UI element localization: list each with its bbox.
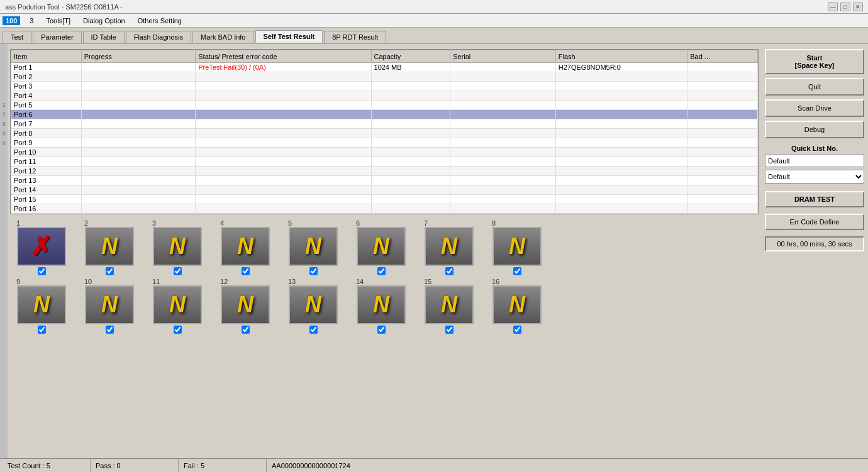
col-header-flash: Flash	[555, 50, 687, 63]
port-checkbox-2[interactable]	[106, 267, 114, 275]
port-icon-5[interactable]: N	[289, 227, 338, 266]
port-icon-15[interactable]: N	[425, 285, 474, 324]
cell-serial	[450, 63, 556, 72]
table-row[interactable]: Port 5	[11, 101, 758, 110]
port-checkbox-1[interactable]	[38, 267, 46, 275]
quit-button[interactable]: Quit	[765, 78, 864, 96]
table-row[interactable]: Port 9	[11, 138, 758, 148]
table-row[interactable]: Port 16	[11, 204, 758, 214]
left-num-4: 4	[2, 129, 5, 138]
err-code-button[interactable]: Err Code Define	[765, 214, 864, 230]
cell-flash	[555, 129, 687, 138]
port-checkbox-7[interactable]	[445, 267, 453, 275]
table-row[interactable]: Port 4	[11, 91, 758, 101]
port-checkbox-9[interactable]	[38, 326, 46, 334]
cell-capacity	[371, 204, 450, 214]
cell-flash	[555, 204, 687, 214]
cell-flash	[555, 91, 687, 101]
table-row[interactable]: Port 13	[11, 176, 758, 185]
table-row[interactable]: Port 7	[11, 119, 758, 129]
col-header-status: Status/ Pretest error code	[196, 50, 371, 63]
port-checkbox-12[interactable]	[242, 326, 250, 334]
debug-button[interactable]: Debug	[765, 121, 864, 138]
n-letter-icon: N	[237, 292, 253, 318]
port-icon-16[interactable]: N	[492, 285, 542, 324]
port-icon-14[interactable]: N	[357, 285, 406, 324]
port-checkbox-5[interactable]	[309, 267, 318, 275]
table-row[interactable]: Port 8	[11, 129, 758, 138]
port-checkbox-11[interactable]	[174, 326, 182, 334]
port-checkbox-14[interactable]	[377, 326, 386, 334]
window-controls: — □ ✕	[828, 3, 863, 11]
cell-bad	[687, 157, 758, 167]
status-test-count: Test Count : 5	[3, 459, 91, 472]
port-icon-12[interactable]: N	[221, 285, 270, 324]
n-letter-icon: N	[509, 233, 525, 260]
port-checkbox-6[interactable]	[377, 267, 386, 275]
cell-capacity: 1024 MB	[371, 63, 450, 72]
cell-capacity	[371, 195, 450, 204]
table-row[interactable]: Port 6	[11, 110, 758, 119]
left-sidebar: 1 2 3 4 5	[0, 44, 8, 458]
cell-capacity	[371, 101, 450, 110]
port-checkbox-10[interactable]	[106, 326, 114, 334]
port-cell-13: 13N	[282, 278, 345, 334]
table-row[interactable]: Port 2	[11, 72, 758, 82]
port-icon-10[interactable]: N	[85, 285, 134, 324]
dram-test-button[interactable]: DRAM TEST	[765, 191, 864, 207]
port-cell-4: 4N	[214, 219, 277, 275]
port-icon-3[interactable]: N	[153, 227, 202, 266]
tab-8p-rdt-result[interactable]: 8P RDT Result	[324, 31, 386, 43]
tab-test[interactable]: Test	[3, 31, 31, 43]
menu-item-3[interactable]: 3	[24, 15, 39, 26]
port-checkbox-15[interactable]	[445, 326, 453, 334]
scan-drive-button[interactable]: Scan Drive	[765, 99, 864, 117]
table-row[interactable]: Port 11	[11, 157, 758, 167]
quick-list-select[interactable]: Default	[765, 170, 864, 184]
port-icon-2[interactable]: N	[85, 227, 134, 266]
port-icon-7[interactable]: N	[425, 227, 474, 266]
tab-flash-diagnosis[interactable]: Flash Diagnosis	[126, 31, 191, 43]
table-row[interactable]: Port 10	[11, 148, 758, 157]
col-header-item: Item	[11, 50, 82, 63]
menu-item-tools[interactable]: Tools[T]	[40, 15, 76, 26]
port-icon-8[interactable]: N	[492, 227, 542, 266]
tab-self-test-result[interactable]: Self Test Result	[255, 30, 323, 43]
port-checkbox-8[interactable]	[513, 267, 521, 275]
table-row[interactable]: Port 12	[11, 167, 758, 176]
maximize-button[interactable]: □	[840, 3, 850, 11]
close-button[interactable]: ✕	[853, 3, 863, 11]
cell-progress	[81, 157, 196, 167]
port-checkbox-4[interactable]	[242, 267, 250, 275]
cell-capacity	[371, 167, 450, 176]
port-checkbox-13[interactable]	[309, 326, 318, 334]
cell-flash	[555, 119, 687, 129]
start-button[interactable]: Start [Space Key]	[765, 49, 864, 74]
cell-status	[196, 195, 371, 204]
table-row[interactable]: Port 1 PreTest Fail(30) / (0A) 1024 MB H…	[11, 63, 758, 72]
port-num-label-1: 1	[16, 219, 20, 227]
port-cell-12: 12N	[214, 278, 277, 334]
tab-mark-bad-info[interactable]: Mark BAD Info	[192, 31, 254, 43]
left-num-1: 1	[2, 101, 5, 110]
cell-status	[196, 72, 371, 82]
menu-item-dialog-option[interactable]: Dialog Option	[77, 15, 131, 26]
table-row[interactable]: Port 3	[11, 82, 758, 91]
cell-capacity	[371, 110, 450, 119]
port-checkbox-16[interactable]	[513, 326, 521, 334]
tab-id-table[interactable]: ID Table	[83, 31, 125, 43]
cell-capacity	[371, 119, 450, 129]
port-icon-13[interactable]: N	[289, 285, 338, 324]
tab-parameter[interactable]: Parameter	[33, 31, 81, 43]
port-checkbox-3[interactable]	[174, 267, 182, 275]
port-icon-4[interactable]: N	[221, 227, 270, 266]
table-row[interactable]: Port 15	[11, 195, 758, 204]
minimize-button[interactable]: —	[828, 3, 838, 11]
cell-serial	[450, 138, 556, 148]
port-icon-6[interactable]: N	[357, 227, 406, 266]
port-icon-11[interactable]: N	[153, 285, 202, 324]
table-row[interactable]: Port 14	[11, 185, 758, 195]
port-icon-9[interactable]: N	[17, 285, 66, 324]
port-icon-1[interactable]: ✗	[17, 227, 66, 266]
menu-item-others-setting[interactable]: Others Setting	[132, 15, 187, 26]
